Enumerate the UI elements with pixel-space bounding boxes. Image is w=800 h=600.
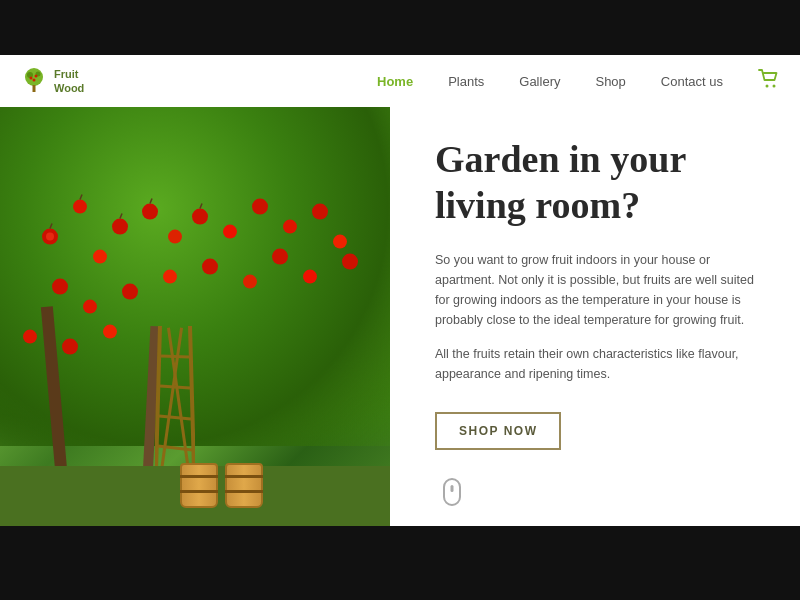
svg-point-28 [333,235,347,249]
svg-point-26 [283,220,297,234]
svg-point-38 [23,330,37,344]
svg-point-19 [112,219,128,235]
svg-point-22 [168,230,182,244]
svg-point-23 [192,209,208,225]
svg-point-40 [103,325,117,339]
brand-name: Fruit Wood [54,67,84,96]
hero-image [0,107,390,526]
svg-point-31 [122,284,138,300]
svg-point-4 [30,77,33,80]
nav-item-plants[interactable]: Plants [448,72,484,90]
svg-point-21 [142,204,158,220]
svg-point-7 [766,84,769,87]
scroll-icon [443,478,461,506]
nav-item-shop[interactable]: Shop [595,72,625,90]
svg-point-37 [342,254,358,270]
svg-point-35 [272,249,288,265]
svg-rect-1 [33,85,36,92]
scroll-indicator [435,478,765,506]
barrel-1 [180,463,218,508]
bottom-bar [0,526,800,600]
svg-point-34 [243,275,257,289]
hero-section: Garden in your living room? So you want … [0,107,800,526]
top-bar [0,0,800,55]
nav-link-home[interactable]: Home [377,74,413,89]
svg-point-18 [73,200,87,214]
svg-point-5 [35,75,38,78]
hero-content: Garden in your living room? So you want … [390,107,800,526]
nav-links: Home Plants Gallery Shop Contact us [377,72,723,90]
svg-point-17 [46,233,54,241]
content-area: Fruit Wood Home Plants Gallery Shop [0,55,800,526]
tree-logo-icon [20,67,48,95]
shop-now-button[interactable]: SHOP NOW [435,412,561,450]
svg-point-32 [163,270,177,284]
hero-description-2: All the fruits retain their own characte… [435,344,755,384]
page-wrapper: Fruit Wood Home Plants Gallery Shop [0,0,800,600]
svg-line-44 [150,199,152,204]
svg-point-25 [252,199,268,215]
logo[interactable]: Fruit Wood [20,67,84,96]
hero-description-1: So you want to grow fruit indoors in you… [435,250,755,330]
barrel-2 [225,463,263,508]
svg-point-8 [773,84,776,87]
nav-link-gallery[interactable]: Gallery [519,74,560,89]
svg-line-41 [50,224,52,229]
nav-item-home[interactable]: Home [377,72,413,90]
nav-link-contact[interactable]: Contact us [661,74,723,89]
svg-point-27 [312,204,328,220]
svg-point-33 [202,259,218,275]
cart-icon[interactable] [758,69,780,94]
navbar: Fruit Wood Home Plants Gallery Shop [0,55,800,107]
svg-line-43 [120,214,122,219]
svg-point-30 [83,300,97,314]
nav-item-gallery[interactable]: Gallery [519,72,560,90]
nav-link-shop[interactable]: Shop [595,74,625,89]
svg-point-29 [52,279,68,295]
svg-point-0 [25,68,43,86]
nav-link-plants[interactable]: Plants [448,74,484,89]
svg-point-6 [33,79,36,82]
orchard-illustration [0,107,390,526]
svg-point-20 [93,250,107,264]
svg-point-36 [303,270,317,284]
svg-line-45 [200,204,202,209]
nav-item-contact[interactable]: Contact us [661,72,723,90]
svg-point-39 [62,339,78,355]
svg-point-24 [223,225,237,239]
hero-title: Garden in your living room? [435,137,765,228]
svg-line-42 [80,195,82,200]
